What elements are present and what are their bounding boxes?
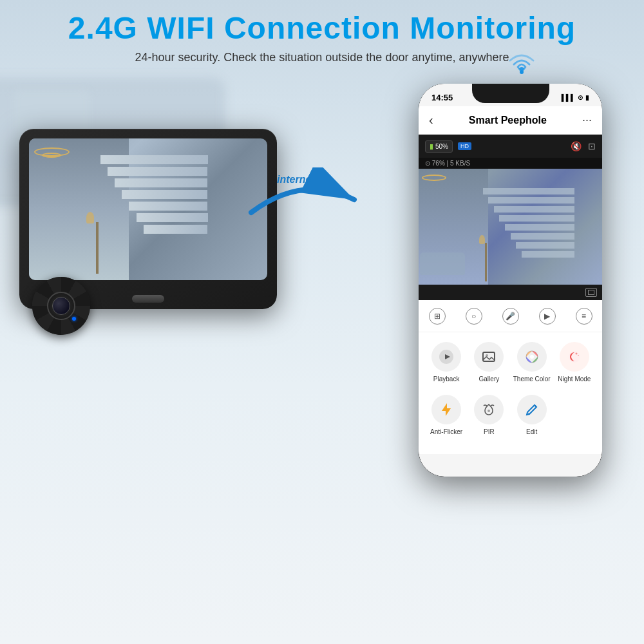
screen-icon[interactable]: ⊡ bbox=[588, 141, 596, 151]
theme-color-item[interactable]: Theme Color bbox=[513, 342, 551, 383]
stair-4 bbox=[122, 190, 207, 199]
phone-container: 14:55 ▌▌▌ ⊙ ▮ ‹ Smart Peephole ··· bbox=[419, 84, 605, 483]
phone-stair-4 bbox=[499, 215, 574, 222]
header: 2.4G WIFI Connection Monitoring 24-hour … bbox=[0, 0, 644, 64]
page-content: 2.4G WIFI Connection Monitoring 24-hour … bbox=[0, 0, 644, 644]
gallery-label: Gallery bbox=[479, 375, 500, 383]
phone-chandelier-outer bbox=[422, 175, 446, 181]
camera-led bbox=[72, 317, 76, 321]
snapshot-icon: ○ bbox=[466, 308, 482, 325]
staircase-scene bbox=[29, 138, 267, 280]
gallery-svg bbox=[481, 349, 497, 365]
wifi-stats-text: ⊙ 76% | 5 KB/S bbox=[425, 160, 470, 167]
stair-7 bbox=[144, 225, 208, 234]
capture-icon[interactable] bbox=[585, 288, 597, 297]
mic-btn[interactable]: 🎤 bbox=[502, 308, 519, 325]
phone-stair-1 bbox=[483, 188, 575, 194]
stair-2 bbox=[108, 167, 207, 176]
pir-label: PIR bbox=[484, 428, 495, 436]
wifi-status-icon: ⊙ bbox=[578, 94, 583, 101]
subtitle: 24-hour security. Check the situation ou… bbox=[0, 51, 644, 64]
viewer-screen bbox=[29, 138, 267, 280]
pir-icon bbox=[474, 395, 504, 424]
phone-stair-7 bbox=[516, 242, 574, 249]
mic-icon: 🎤 bbox=[502, 308, 519, 325]
phone-notch bbox=[472, 84, 549, 103]
anti-flicker-icon bbox=[431, 395, 461, 424]
wifi-stats-bar: ⊙ 76% | 5 KB/S bbox=[419, 158, 602, 169]
svg-point-13 bbox=[527, 413, 529, 415]
edit-label: Edit bbox=[526, 428, 537, 436]
chandelier-viewer bbox=[34, 144, 73, 166]
svg-point-12 bbox=[488, 410, 490, 412]
func-row-1: Playback Gallery bbox=[425, 342, 596, 383]
app-header: ‹ Smart Peephole ··· bbox=[419, 106, 602, 135]
night-mode-svg bbox=[567, 349, 582, 365]
phone-stair-3 bbox=[494, 206, 574, 213]
feed-toolbar: ▮ 50% HD 🔇 ⊡ bbox=[419, 135, 602, 158]
battery-badge: ▮ 50% bbox=[425, 140, 453, 153]
playback-label: Playback bbox=[433, 375, 460, 383]
more-button[interactable]: ··· bbox=[582, 113, 592, 127]
battery-icon: ▮ bbox=[430, 142, 433, 151]
stair-1 bbox=[100, 155, 208, 164]
floor-lamp-shade bbox=[86, 212, 94, 223]
anti-flicker-item[interactable]: Anti-Flicker bbox=[428, 395, 465, 436]
chandelier-ring-inner bbox=[42, 153, 61, 158]
svg-point-10 bbox=[578, 355, 579, 356]
settings-btn[interactable]: ≡ bbox=[576, 308, 592, 325]
status-icons: ▌▌▌ ⊙ ▮ bbox=[562, 94, 589, 101]
hd-badge: HD bbox=[458, 142, 471, 150]
camera-lens-outer bbox=[47, 292, 75, 320]
mute-icon[interactable]: 🔇 bbox=[571, 141, 582, 151]
phone-stair-6 bbox=[511, 233, 575, 240]
phone-screen: 14:55 ▌▌▌ ⊙ ▮ ‹ Smart Peephole ··· bbox=[419, 84, 602, 477]
gallery-item[interactable]: Gallery bbox=[470, 342, 507, 383]
fullscreen-btn[interactable]: ⊞ bbox=[429, 308, 446, 325]
svg-rect-4 bbox=[483, 352, 495, 361]
theme-color-label: Theme Color bbox=[513, 375, 551, 383]
pir-svg bbox=[481, 402, 497, 417]
fullscreen-icon: ⊞ bbox=[429, 308, 446, 325]
phone-stair-2 bbox=[488, 197, 574, 204]
night-mode-item[interactable]: Night Mode bbox=[556, 342, 593, 383]
battery-pct: 50% bbox=[435, 143, 448, 150]
playback-icon bbox=[431, 342, 461, 372]
camera-video-feed bbox=[419, 169, 602, 285]
pir-item[interactable]: PIR bbox=[470, 395, 507, 436]
svg-point-7 bbox=[530, 355, 534, 359]
snapshot-btn[interactable]: ○ bbox=[466, 308, 482, 325]
back-button[interactable]: ‹ bbox=[429, 113, 433, 128]
record-icon: ▶ bbox=[539, 308, 556, 325]
camera-module bbox=[32, 277, 97, 341]
lightning-svg bbox=[439, 402, 454, 417]
phone-body: 14:55 ▌▌▌ ⊙ ▮ ‹ Smart Peephole ··· bbox=[419, 84, 602, 477]
edit-icon bbox=[517, 395, 547, 424]
svg-point-9 bbox=[575, 353, 577, 355]
arrow-container: interne bbox=[245, 167, 361, 232]
night-mode-icon-circle bbox=[560, 342, 589, 372]
theme-color-icon bbox=[517, 342, 547, 372]
signal-icon: ▌▌▌ bbox=[562, 94, 575, 101]
internet-label: interne bbox=[277, 174, 311, 185]
night-mode-label: Night Mode bbox=[558, 375, 591, 383]
capture-icon-bar bbox=[419, 285, 602, 300]
func-row-2: Anti-Flicker bbox=[425, 395, 596, 436]
devices-area: interne bbox=[0, 77, 644, 644]
playback-item[interactable]: Playback bbox=[428, 342, 465, 383]
status-time: 14:55 bbox=[431, 93, 453, 102]
stair-6 bbox=[137, 213, 208, 222]
app-functions: Playback Gallery bbox=[419, 332, 602, 454]
main-title: 2.4G WIFI Connection Monitoring bbox=[0, 12, 644, 46]
battery-status-icon: ▮ bbox=[585, 94, 589, 101]
phone-lamp-pole bbox=[485, 243, 487, 281]
wifi-signal bbox=[502, 45, 541, 80]
phone-lamp-shade bbox=[479, 235, 485, 244]
gallery-icon bbox=[474, 342, 504, 372]
phone-sofa bbox=[420, 252, 465, 275]
wifi-icon bbox=[502, 45, 541, 77]
floor-lamp-pole bbox=[96, 222, 99, 274]
record-btn[interactable]: ▶ bbox=[539, 308, 556, 325]
phone-living-area bbox=[419, 169, 488, 285]
edit-item[interactable]: Edit bbox=[513, 395, 551, 436]
